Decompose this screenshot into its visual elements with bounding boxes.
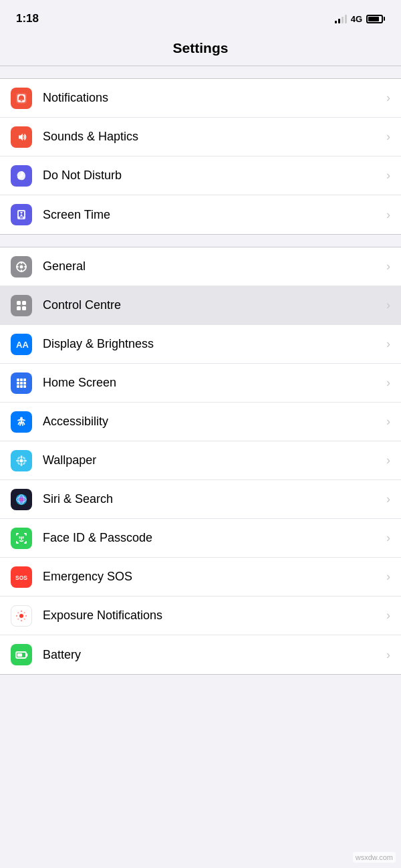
svg-point-26 [21,463,23,466]
general-chevron: › [386,259,390,274]
settings-row-notifications[interactable]: Notifications › [0,79,401,118]
emergency-sos-chevron: › [386,570,390,584]
siri-icon [11,489,32,510]
svg-rect-21 [20,385,23,388]
svg-point-42 [17,612,19,613]
settings-row-exposure[interactable]: Exposure Notifications › [0,596,401,635]
svg-rect-15 [20,378,23,381]
face-id-label: Face ID & Passcode [43,531,381,545]
svg-rect-16 [23,378,26,381]
display-icon: AA [11,334,32,355]
settings-row-emergency-sos[interactable]: SOS Emergency SOS › [0,558,401,596]
siri-chevron: › [386,492,390,506]
home-screen-label: Home Screen [43,376,381,390]
exposure-label: Exposure Notifications [43,609,381,623]
status-icons: 4G [335,14,385,24]
svg-point-45 [24,618,25,619]
notifications-icon [11,88,32,109]
home-screen-icon [11,372,32,394]
settings-list-2: General › Control Centre › AA [0,247,401,675]
svg-point-25 [21,455,23,459]
svg-text:SOS: SOS [15,574,27,581]
svg-point-33 [16,494,27,505]
display-chevron: › [386,337,390,351]
settings-row-battery[interactable]: Battery › [0,635,401,674]
emergency-sos-label: Emergency SOS [43,570,381,584]
settings-row-display[interactable]: AA Display & Brightness › [0,325,401,364]
settings-group-2: General › Control Centre › AA [0,247,401,675]
screen-time-chevron: › [386,208,390,222]
accessibility-icon [11,411,32,433]
status-time: 1:18 [16,12,39,25]
svg-rect-17 [17,382,19,385]
screen-time-label: Screen Time [43,208,381,222]
general-icon [11,256,32,278]
settings-row-do-not-disturb[interactable]: Do Not Disturb › [0,156,401,195]
face-id-chevron: › [386,531,390,545]
svg-rect-20 [17,385,19,388]
network-type: 4G [351,14,362,24]
svg-point-28 [23,459,27,461]
svg-point-44 [17,618,19,619]
exposure-chevron: › [386,609,390,623]
svg-rect-3 [21,100,23,102]
dnd-icon [11,165,32,187]
signal-icon [335,14,347,23]
svg-rect-6 [20,217,23,219]
settings-row-control-centre[interactable]: Control Centre › [0,286,401,325]
status-bar: 1:18 4G [0,0,401,33]
notifications-chevron: › [386,91,390,105]
sounds-icon [11,126,32,148]
wallpaper-chevron: › [386,453,390,467]
wallpaper-label: Wallpaper [43,453,381,467]
siri-label: Siri & Search [43,492,381,506]
accessibility-chevron: › [386,415,390,429]
control-centre-label: Control Centre [43,298,381,312]
svg-point-30 [22,456,25,459]
page-title: Settings [173,40,229,56]
settings-row-wallpaper[interactable]: Wallpaper › [0,441,401,480]
settings-row-siri[interactable]: Siri & Search › [0,480,401,519]
page-header: Settings [0,33,401,66]
svg-rect-22 [23,385,26,388]
settings-group-1: Notifications › Sounds & Haptics › [0,78,401,235]
control-centre-chevron: › [386,298,390,312]
general-label: General [43,259,381,274]
svg-rect-9 [17,301,21,305]
exposure-icon [11,605,32,627]
svg-point-31 [17,461,20,465]
svg-point-32 [22,461,25,465]
svg-point-41 [25,615,27,616]
svg-point-24 [20,459,23,462]
settings-row-accessibility[interactable]: Accessibility › [0,403,401,441]
settings-row-screen-time[interactable]: Screen Time › [0,195,401,234]
svg-point-29 [17,456,20,459]
sounds-chevron: › [386,130,390,144]
svg-rect-14 [17,378,19,381]
battery-chevron: › [386,648,390,662]
control-centre-icon [11,295,32,316]
settings-row-home-screen[interactable]: Home Screen › [0,364,401,403]
wallpaper-icon [11,450,32,471]
battery-status-icon [366,15,385,23]
svg-rect-47 [17,653,22,657]
battery-row-icon [11,644,32,665]
display-label: Display & Brightness [43,337,381,351]
emergency-sos-icon: SOS [11,566,32,588]
svg-rect-18 [20,382,23,385]
svg-rect-10 [22,301,26,305]
svg-point-39 [21,619,22,621]
battery-label: Battery [43,648,381,662]
settings-row-face-id[interactable]: Face ID & Passcode › [0,519,401,558]
svg-point-8 [20,265,23,268]
settings-row-sounds[interactable]: Sounds & Haptics › [0,118,401,156]
dnd-label: Do Not Disturb [43,169,381,183]
notifications-label: Notifications [43,91,381,105]
svg-point-38 [21,610,22,611]
watermark: wsxdw.com [353,852,396,863]
svg-point-27 [16,459,19,461]
dnd-chevron: › [386,169,390,183]
svg-point-37 [19,614,23,618]
sounds-label: Sounds & Haptics [43,130,381,144]
settings-row-general[interactable]: General › [0,247,401,286]
